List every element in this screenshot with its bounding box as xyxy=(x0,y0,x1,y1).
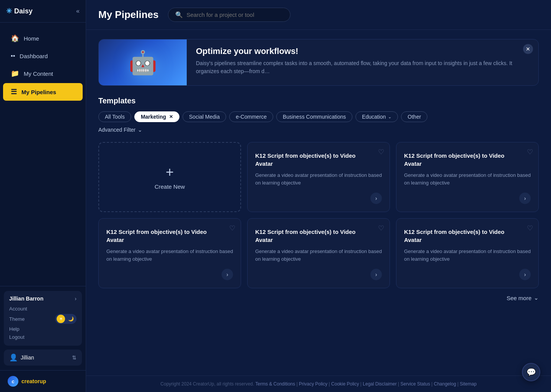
card-arrow-row: › xyxy=(255,269,382,280)
see-more-label: See more xyxy=(507,295,531,301)
filter-chip-education[interactable]: Education ⌄ xyxy=(355,111,398,122)
templates-section-title: Templates xyxy=(98,96,539,105)
chat-button[interactable]: 💬 xyxy=(522,363,540,381)
sidebar-item-my-pipelines[interactable]: ☰ My Pipelines xyxy=(3,83,83,101)
logout-link[interactable]: Logout xyxy=(9,333,77,341)
user-card: Jillian Barron › Account Theme ☀ 🌙 Help … xyxy=(4,291,82,346)
card-title: K12 Script from objective(s) to Video Av… xyxy=(404,228,531,244)
theme-row: Theme ☀ 🌙 xyxy=(9,313,77,325)
pipeline-card-3[interactable]: ♡ K12 Script from objective(s) to Video … xyxy=(247,218,390,288)
footer-service-link[interactable]: Service Status xyxy=(401,381,430,387)
promo-content: Optimize your workflows! Daisy's pipelin… xyxy=(187,39,538,85)
promo-banner: 🤖 Optimize your workflows! Daisy's pipel… xyxy=(98,39,539,86)
filter-chip-ecommerce[interactable]: e-Commerce xyxy=(229,111,273,122)
sidebar-item-label: My Pipelines xyxy=(21,89,56,95)
card-description: Generate a video avatar presentation of … xyxy=(404,172,531,186)
footer-terms-link[interactable]: Terms & Conditions xyxy=(255,381,295,387)
pipeline-card-4[interactable]: ♡ K12 Script from objective(s) to Video … xyxy=(396,218,539,288)
card-arrow-button[interactable]: › xyxy=(370,269,382,280)
favorite-icon[interactable]: ♡ xyxy=(378,224,384,232)
user-name: Jillian Barron xyxy=(9,296,43,302)
app-logo[interactable]: ✳ Daisy xyxy=(6,7,33,15)
see-more-button[interactable]: See more ⌄ xyxy=(507,294,539,301)
card-arrow-row: › xyxy=(106,269,233,280)
pipeline-card-1[interactable]: ♡ K12 Script from objective(s) to Video … xyxy=(396,142,539,212)
sidebar-nav: 🏠 Home ▪▪ Dashboard 📁 My Content ☰ My Pi… xyxy=(0,23,86,286)
filter-chip-other[interactable]: Other xyxy=(401,111,427,122)
favorite-icon[interactable]: ♡ xyxy=(229,224,235,232)
card-title: K12 Script from objective(s) to Video Av… xyxy=(255,152,382,168)
card-title: K12 Script from objective(s) to Video Av… xyxy=(404,152,531,168)
card-description: Generate a video avatar presentation of … xyxy=(255,172,382,186)
sidebar-item-label: Dashboard xyxy=(20,53,47,59)
footer-sitemap-link[interactable]: Sitemap xyxy=(460,381,477,387)
sidebar-item-home[interactable]: 🏠 Home xyxy=(3,29,83,47)
sidebar-footer: Jillian Barron › Account Theme ☀ 🌙 Help … xyxy=(0,286,86,370)
search-input[interactable] xyxy=(187,11,279,18)
pipelines-icon: ☰ xyxy=(11,88,17,96)
main-footer: Copyright 2024 CreatorUp, all rights res… xyxy=(86,376,551,392)
see-more-chevron-icon: ⌄ xyxy=(534,294,539,301)
help-link[interactable]: Help xyxy=(9,325,77,333)
favorite-icon[interactable]: ♡ xyxy=(378,148,384,156)
robot-icon: 🤖 xyxy=(129,49,157,76)
pipeline-card-2[interactable]: ♡ K12 Script from objective(s) to Video … xyxy=(98,218,241,288)
card-arrow-button[interactable]: › xyxy=(519,193,531,204)
sidebar-collapse-button[interactable]: « xyxy=(76,8,80,15)
creatorup-text: creatorup xyxy=(21,378,46,384)
favorite-icon[interactable]: ♡ xyxy=(527,148,533,156)
create-new-card[interactable]: + Create New xyxy=(98,142,241,212)
creatorup-logo: c xyxy=(8,376,18,387)
light-mode-toggle[interactable]: ☀ xyxy=(57,315,65,323)
logo-icon: ✳ xyxy=(6,7,12,15)
user-expand-button[interactable]: › xyxy=(75,296,77,302)
footer-legal-link[interactable]: Legal Disclaimer xyxy=(363,381,397,387)
card-title: K12 Script from objective(s) to Video Av… xyxy=(255,228,382,244)
card-arrow-row: › xyxy=(255,193,382,204)
dashboard-icon: ▪▪ xyxy=(11,52,15,59)
filter-chip-close-icon[interactable]: ✕ xyxy=(169,114,173,119)
filter-chip-marketing[interactable]: Marketing ✕ xyxy=(134,111,179,122)
footer-cookie-link[interactable]: Cookie Policy xyxy=(331,381,359,387)
sidebar: ✳ Daisy « 🏠 Home ▪▪ Dashboard 📁 My Conte… xyxy=(0,0,86,392)
card-arrow-row: › xyxy=(404,193,531,204)
card-arrow-button[interactable]: › xyxy=(222,269,233,280)
see-more-row: See more ⌄ xyxy=(98,291,539,307)
theme-label: Theme xyxy=(9,316,24,322)
main-header: My Pipelines 🔍 xyxy=(86,0,551,30)
footer-copyright: Copyright 2024 CreatorUp, all rights res… xyxy=(160,381,254,387)
user-avatar-icon: 👤 xyxy=(9,353,18,362)
pipeline-cards-grid: + Create New ♡ K12 Script from objective… xyxy=(98,142,539,288)
create-new-label: Create New xyxy=(155,183,185,190)
promo-title: Optimize your workflows! xyxy=(196,46,529,56)
user-profile-row: 👤 Jillian ⇅ xyxy=(4,350,82,366)
card-description: Generate a video avatar presentation of … xyxy=(404,248,531,263)
footer-privacy-link[interactable]: Privacy Policy xyxy=(299,381,328,387)
favorite-icon[interactable]: ♡ xyxy=(527,224,533,232)
filter-chip-business-comms[interactable]: Business Communications xyxy=(276,111,352,122)
sidebar-item-label: Home xyxy=(24,35,39,42)
account-link[interactable]: Account xyxy=(9,305,77,313)
search-bar[interactable]: 🔍 xyxy=(168,8,290,22)
chat-icon: 💬 xyxy=(527,368,536,377)
filter-chip-social-media[interactable]: Social Media xyxy=(183,111,226,122)
main-content: My Pipelines 🔍 🤖 Optimize your workflows… xyxy=(86,0,551,392)
footer-changelog-link[interactable]: Changelog xyxy=(434,381,456,387)
card-arrow-button[interactable]: › xyxy=(519,269,531,280)
card-arrow-button[interactable]: › xyxy=(370,193,382,204)
dark-mode-toggle[interactable]: 🌙 xyxy=(67,315,75,323)
education-dropdown-icon[interactable]: ⌄ xyxy=(388,114,391,119)
sidebar-item-label: My Content xyxy=(24,70,53,77)
search-icon: 🔍 xyxy=(175,11,183,18)
filter-chip-all-tools[interactable]: All Tools xyxy=(98,111,131,122)
advanced-filter-chevron-icon: ⌄ xyxy=(138,127,142,133)
promo-close-button[interactable]: ✕ xyxy=(523,44,533,54)
creatorup-brand: c creatorup xyxy=(0,370,86,392)
user-profile-sort-button[interactable]: ⇅ xyxy=(72,354,77,361)
sidebar-item-dashboard[interactable]: ▪▪ Dashboard xyxy=(3,48,83,64)
advanced-filter-row[interactable]: Advanced Filter ⌄ xyxy=(98,127,539,133)
logo-text: Daisy xyxy=(14,7,33,15)
pipeline-card-0[interactable]: ♡ K12 Script from objective(s) to Video … xyxy=(247,142,390,212)
theme-toggle[interactable]: ☀ 🌙 xyxy=(55,314,77,324)
sidebar-item-my-content[interactable]: 📁 My Content xyxy=(3,65,83,82)
